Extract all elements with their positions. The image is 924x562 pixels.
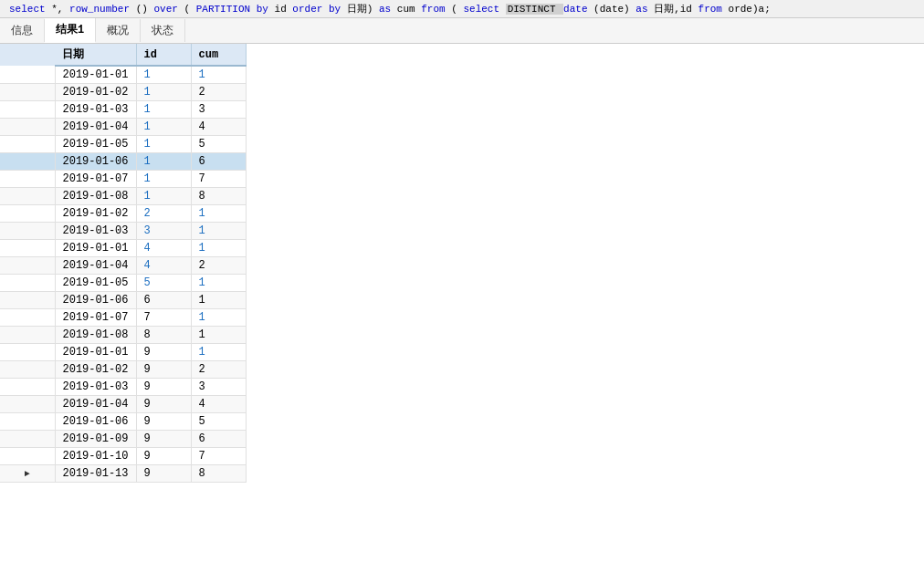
cell-date: 2019-01-05 xyxy=(55,136,136,153)
cell-date: 2019-01-07 xyxy=(55,171,136,188)
table-row[interactable]: ►2019-01-1398 xyxy=(0,465,246,483)
sql-editor-bar: select *, row_number () over ( PARTITION… xyxy=(0,0,924,18)
cell-id[interactable]: 1 xyxy=(136,171,191,188)
col-header-cum: cum xyxy=(191,44,246,66)
row-indicator xyxy=(0,344,55,361)
cell-cum[interactable]: 1 xyxy=(191,223,246,240)
cell-id[interactable]: 1 xyxy=(136,66,191,84)
table-header-row: 日期 id cum xyxy=(0,44,246,66)
results-area[interactable]: 日期 id cum 2019-01-01112019-01-02122019-0… xyxy=(0,44,924,562)
cell-id[interactable]: 3 xyxy=(136,223,191,240)
cell-id: 8 xyxy=(136,327,191,344)
table-row[interactable]: 2019-01-0141 xyxy=(0,240,246,257)
tab-overview[interactable]: 概况 xyxy=(96,19,141,42)
row-indicator xyxy=(0,361,55,379)
table-row[interactable]: 2019-01-0881 xyxy=(0,327,246,344)
table-row[interactable]: 2019-01-0414 xyxy=(0,119,246,136)
cell-id: 6 xyxy=(136,292,191,309)
cell-date: 2019-01-04 xyxy=(55,396,136,413)
cell-cum: 2 xyxy=(191,257,246,275)
cell-id[interactable]: 1 xyxy=(136,136,191,153)
cell-date: 2019-01-06 xyxy=(55,292,136,309)
cell-id: 9 xyxy=(136,431,191,448)
row-indicator xyxy=(0,448,55,465)
cell-cum: 6 xyxy=(191,153,246,171)
table-row[interactable]: 2019-01-1097 xyxy=(0,448,246,465)
table-row[interactable]: 2019-01-0494 xyxy=(0,396,246,413)
cell-cum: 3 xyxy=(191,101,246,119)
cell-cum: 8 xyxy=(191,188,246,205)
cell-cum: 7 xyxy=(191,448,246,465)
row-indicator xyxy=(0,257,55,275)
table-row[interactable]: 2019-01-0616 xyxy=(0,153,246,171)
cell-cum: 4 xyxy=(191,119,246,136)
cell-id[interactable]: 5 xyxy=(136,275,191,292)
table-row[interactable]: 2019-01-0442 xyxy=(0,257,246,275)
cell-cum[interactable]: 1 xyxy=(191,309,246,327)
cell-cum[interactable]: 1 xyxy=(191,275,246,292)
cell-date: 2019-01-05 xyxy=(55,275,136,292)
table-row[interactable]: 2019-01-0661 xyxy=(0,292,246,309)
cell-date: 2019-01-09 xyxy=(55,431,136,448)
cell-cum: 1 xyxy=(191,292,246,309)
table-row[interactable]: 2019-01-0212 xyxy=(0,84,246,101)
cell-id: 9 xyxy=(136,396,191,413)
cell-date: 2019-01-08 xyxy=(55,188,136,205)
table-row[interactable]: 2019-01-0313 xyxy=(0,101,246,119)
cell-cum[interactable]: 1 xyxy=(191,240,246,257)
tab-status[interactable]: 状态 xyxy=(141,19,185,42)
tab-result1[interactable]: 结果1 xyxy=(45,18,96,43)
cell-id: 9 xyxy=(136,361,191,379)
cell-cum: 8 xyxy=(191,465,246,483)
row-indicator xyxy=(0,171,55,188)
cell-cum[interactable]: 1 xyxy=(191,344,246,361)
row-indicator xyxy=(0,292,55,309)
table-row[interactable]: 2019-01-0551 xyxy=(0,275,246,292)
row-indicator xyxy=(0,240,55,257)
table-row[interactable]: 2019-01-0191 xyxy=(0,344,246,361)
row-indicator xyxy=(0,119,55,136)
cell-id: 9 xyxy=(136,344,191,361)
cell-date: 2019-01-03 xyxy=(55,101,136,119)
row-indicator xyxy=(0,205,55,223)
cell-id: 9 xyxy=(136,413,191,431)
cell-cum: 6 xyxy=(191,431,246,448)
table-row[interactable]: 2019-01-0771 xyxy=(0,309,246,327)
cell-id[interactable]: 1 xyxy=(136,119,191,136)
table-row[interactable]: 2019-01-0292 xyxy=(0,361,246,379)
row-indicator xyxy=(0,136,55,153)
row-indicator: ► xyxy=(0,465,55,483)
cell-date: 2019-01-01 xyxy=(55,240,136,257)
sql-code: select *, row_number () over ( PARTITION… xyxy=(9,2,771,16)
cell-date: 2019-01-01 xyxy=(55,344,136,361)
table-row[interactable]: 2019-01-0111 xyxy=(0,66,246,84)
table-row[interactable]: 2019-01-0221 xyxy=(0,205,246,223)
cell-id[interactable]: 4 xyxy=(136,240,191,257)
cell-date: 2019-01-08 xyxy=(55,327,136,344)
cell-id: 9 xyxy=(136,465,191,483)
cell-date: 2019-01-02 xyxy=(55,205,136,223)
table-row[interactable]: 2019-01-0818 xyxy=(0,188,246,205)
cell-id[interactable]: 2 xyxy=(136,205,191,223)
row-indicator xyxy=(0,223,55,240)
table-row[interactable]: 2019-01-0393 xyxy=(0,379,246,396)
cell-id[interactable]: 4 xyxy=(136,257,191,275)
cell-cum: 5 xyxy=(191,413,246,431)
cell-date: 2019-01-06 xyxy=(55,153,136,171)
cell-cum[interactable]: 1 xyxy=(191,205,246,223)
table-row[interactable]: 2019-01-0996 xyxy=(0,431,246,448)
cell-id[interactable]: 1 xyxy=(136,188,191,205)
tabs-bar: 信息结果1概况状态 xyxy=(0,18,924,44)
cell-date: 2019-01-03 xyxy=(55,379,136,396)
cell-cum[interactable]: 1 xyxy=(191,66,246,84)
cell-id[interactable]: 1 xyxy=(136,153,191,171)
table-row[interactable]: 2019-01-0695 xyxy=(0,413,246,431)
cell-date: 2019-01-07 xyxy=(55,309,136,327)
table-row[interactable]: 2019-01-0515 xyxy=(0,136,246,153)
tab-info[interactable]: 信息 xyxy=(0,19,45,42)
cell-id[interactable]: 1 xyxy=(136,84,191,101)
cell-id[interactable]: 1 xyxy=(136,101,191,119)
cell-cum: 1 xyxy=(191,327,246,344)
table-row[interactable]: 2019-01-0717 xyxy=(0,171,246,188)
table-row[interactable]: 2019-01-0331 xyxy=(0,223,246,240)
